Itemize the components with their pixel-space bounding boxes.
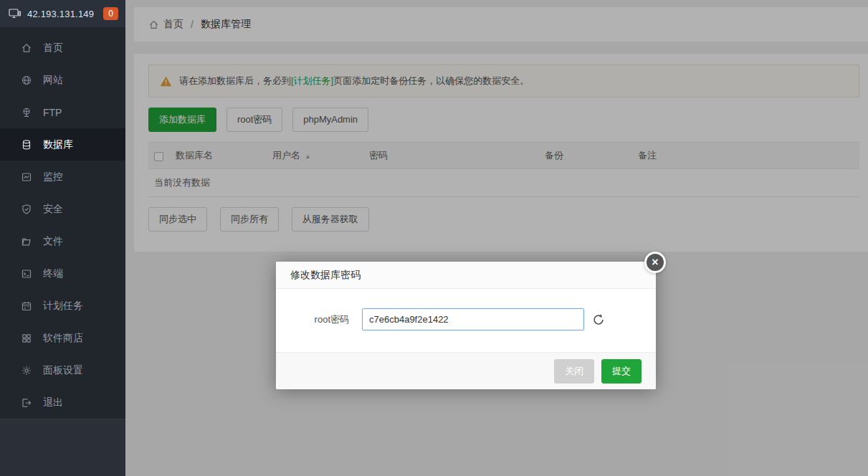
server-header: 42.193.131.149 0 — [0, 0, 125, 27]
dialog-footer: 关闭 提交 — [276, 352, 656, 389]
shield-icon — [20, 203, 32, 215]
sidebar-item-cron[interactable]: 计划任务 — [0, 290, 125, 322]
ftp-icon — [20, 106, 32, 118]
sidebar-item-logout[interactable]: 退出 — [0, 386, 125, 419]
gear-icon — [20, 364, 32, 376]
sidebar-item-label: 数据库 — [43, 138, 73, 151]
change-root-password-dialog: 修改数据库密码 root密码 关闭 提交 × — [276, 262, 656, 389]
sidebar-item-label: 网站 — [43, 74, 63, 87]
dialog-title: 修改数据库密码 — [290, 269, 361, 282]
sidebar-item-home[interactable]: 首页 — [0, 32, 125, 64]
sidebar-item-label: 计划任务 — [43, 300, 83, 313]
dialog-body: root密码 — [276, 289, 656, 352]
terminal-icon — [20, 267, 32, 280]
folder-icon — [20, 235, 32, 247]
sidebar-item-database[interactable]: 数据库 — [0, 128, 125, 161]
dialog-close-circle[interactable]: × — [644, 252, 666, 273]
sidebar-item-files[interactable]: 文件 — [0, 225, 125, 257]
monitor-chart-icon — [20, 171, 32, 183]
calendar-icon — [20, 300, 32, 312]
sidebar-item-monitor[interactable]: 监控 — [0, 161, 125, 193]
root-password-label: root密码 — [290, 313, 362, 326]
logout-icon — [20, 396, 32, 409]
sidebar-item-website[interactable]: 网站 — [0, 64, 125, 96]
server-ip: 42.193.131.149 — [27, 9, 94, 19]
sidebar-item-label: 监控 — [43, 171, 63, 184]
sidebar-item-label: 首页 — [43, 42, 63, 54]
regenerate-password-icon[interactable] — [592, 313, 605, 326]
sidebar-item-label: 面板设置 — [43, 364, 83, 377]
sidebar-item-appstore[interactable]: 软件商店 — [0, 322, 125, 354]
bt-panel-app: 42.193.131.149 0 首页 网站 FTP 数据库 监控 — [0, 0, 868, 476]
sidebar-item-security[interactable]: 安全 — [0, 193, 125, 225]
dialog-header: 修改数据库密码 — [276, 262, 656, 289]
sidebar-item-label: 软件商店 — [43, 332, 83, 345]
globe-icon — [20, 74, 32, 86]
sidebar-item-label: 终端 — [43, 267, 63, 280]
sidebar: 42.193.131.149 0 首页 网站 FTP 数据库 监控 — [0, 0, 125, 476]
root-password-input[interactable] — [362, 308, 584, 330]
message-count-badge[interactable]: 0 — [103, 7, 118, 20]
sidebar-menu: 首页 网站 FTP 数据库 监控 安全 — [0, 27, 125, 419]
grid-icon — [20, 332, 32, 344]
sidebar-item-label: FTP — [43, 107, 62, 118]
home-icon — [20, 42, 32, 54]
database-icon — [20, 138, 32, 151]
sidebar-item-label: 安全 — [43, 203, 63, 216]
sidebar-item-settings[interactable]: 面板设置 — [0, 354, 125, 386]
modal-overlay — [125, 0, 868, 476]
sidebar-item-label: 文件 — [43, 235, 63, 248]
submit-button[interactable]: 提交 — [601, 359, 642, 384]
sidebar-item-terminal[interactable]: 终端 — [0, 257, 125, 290]
close-button[interactable]: 关闭 — [554, 359, 594, 384]
sidebar-item-ftp[interactable]: FTP — [0, 96, 125, 128]
server-monitor-icon — [9, 8, 22, 19]
sidebar-item-label: 退出 — [43, 396, 63, 409]
close-icon: × — [647, 254, 664, 271]
